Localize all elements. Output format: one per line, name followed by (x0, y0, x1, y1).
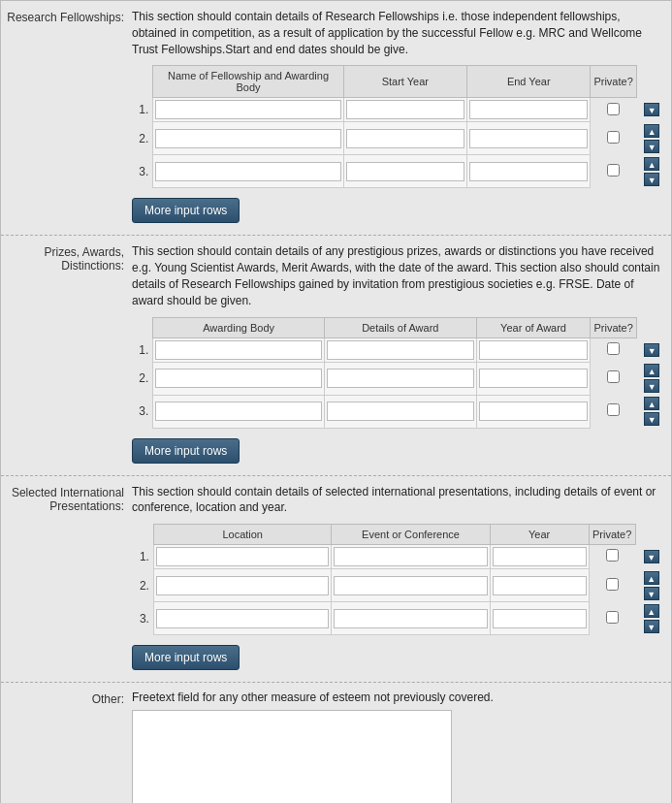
ip-down-btn-1[interactable]: ▼ (644, 550, 659, 563)
rf-ctrl-group-2: ▲ ▼ (638, 123, 665, 154)
ip-col-location: Location (153, 525, 332, 545)
rf-name-input-3[interactable] (155, 162, 340, 181)
rf-col-name: Name of Fellowship and Awarding Body (153, 66, 343, 98)
research-fellowships-table: Name of Fellowship and Awarding Body Sta… (132, 65, 667, 188)
rf-start-input-2[interactable] (346, 129, 464, 148)
rf-down-btn-3[interactable]: ▼ (644, 173, 659, 186)
pa-private-checkbox-1[interactable] (607, 342, 620, 355)
other-textarea[interactable] (132, 710, 452, 803)
rf-end-input-3[interactable] (469, 162, 588, 181)
ip-event-1 (332, 545, 490, 569)
pa-body-2 (153, 362, 325, 395)
ip-col-year: Year (490, 525, 589, 545)
table-row: 3. ▲ ▼ (132, 602, 667, 635)
presentations-section: Selected International Presentations: Th… (1, 476, 671, 684)
ip-year-3 (490, 602, 589, 635)
research-fellowships-content: This section should contain details of R… (132, 9, 671, 227)
other-section: Other: Freetext field for any other meas… (1, 683, 671, 803)
rf-up-btn-2[interactable]: ▲ (644, 124, 659, 138)
pa-details-input-2[interactable] (327, 369, 474, 388)
pa-up-btn-2[interactable]: ▲ (644, 364, 659, 377)
ip-year-input-1[interactable] (493, 547, 587, 566)
pa-year-3 (476, 395, 591, 428)
other-desc: Freetext field for any other measure of … (132, 691, 667, 704)
ip-location-2 (153, 569, 332, 602)
rf-name-input-1[interactable] (155, 100, 340, 119)
ip-private-1 (589, 545, 635, 569)
pa-year-input-1[interactable] (479, 340, 589, 360)
prizes-awards-table: Awarding Body Details of Award Year of A… (132, 317, 667, 429)
pa-down-btn-3[interactable]: ▼ (644, 412, 659, 426)
pa-year-input-3[interactable] (479, 402, 589, 421)
ip-up-btn-3[interactable]: ▲ (644, 604, 659, 618)
research-fellowships-desc: This section should contain details of R… (132, 9, 667, 57)
pa-body-1 (153, 337, 325, 362)
pa-more-rows-button[interactable]: More input rows (132, 438, 240, 464)
prizes-awards-label: Prizes, Awards, Distinctions: (1, 243, 132, 273)
table-row: 2. ▲ ▼ (132, 122, 667, 155)
row-num: 2. (132, 122, 153, 155)
pa-year-input-2[interactable] (479, 369, 589, 388)
rf-controls-1: ▼ (636, 98, 667, 122)
ip-private-3 (589, 602, 635, 635)
pa-down-btn-1[interactable]: ▼ (644, 343, 659, 357)
rf-private-checkbox-3[interactable] (607, 164, 620, 177)
pa-body-input-1[interactable] (155, 340, 322, 360)
ip-location-input-2[interactable] (156, 576, 330, 595)
rf-private-checkbox-2[interactable] (607, 131, 620, 144)
rf-end-input-1[interactable] (469, 100, 588, 119)
row-num: 1. (132, 337, 153, 362)
ip-year-1 (490, 545, 589, 569)
ip-down-btn-3[interactable]: ▼ (644, 620, 659, 633)
ip-private-checkbox-2[interactable] (606, 578, 619, 591)
pa-private-1 (591, 337, 636, 362)
rf-down-btn-2[interactable]: ▼ (644, 140, 659, 153)
rf-up-btn-3[interactable]: ▲ (644, 157, 659, 171)
rf-start-input-3[interactable] (346, 162, 464, 181)
pa-body-input-2[interactable] (155, 369, 322, 388)
rf-start-1 (343, 98, 466, 122)
rf-private-3 (591, 155, 636, 188)
ip-event-input-2[interactable] (334, 576, 487, 595)
rf-start-2 (343, 122, 466, 155)
pa-details-input-3[interactable] (327, 402, 474, 421)
pa-year-2 (476, 362, 591, 395)
ip-private-2 (589, 569, 635, 602)
ip-col-private: Private? (589, 525, 635, 545)
rf-more-rows-button[interactable]: More input rows (132, 198, 240, 223)
rf-private-2 (591, 122, 636, 155)
ip-ctrl-group-3: ▲ ▼ (637, 603, 665, 634)
ip-controls-3: ▲ ▼ (635, 602, 667, 635)
ip-up-btn-2[interactable]: ▲ (644, 571, 659, 585)
pa-down-btn-2[interactable]: ▼ (644, 379, 659, 393)
ip-private-checkbox-1[interactable] (606, 549, 619, 562)
pa-up-btn-3[interactable]: ▲ (644, 397, 659, 410)
rf-start-input-1[interactable] (346, 100, 464, 119)
ip-year-input-3[interactable] (493, 609, 587, 628)
ip-location-input-3[interactable] (156, 609, 330, 628)
research-fellowships-section: Research Fellowships: This section shoul… (1, 1, 671, 236)
ip-year-input-2[interactable] (493, 576, 587, 595)
rf-private-1 (591, 98, 636, 122)
table-row: 2. ▲ ▼ (132, 569, 667, 602)
pa-private-checkbox-3[interactable] (607, 403, 620, 416)
rf-col-private: Private? (591, 66, 636, 98)
pa-details-1 (324, 337, 476, 362)
rf-private-checkbox-1[interactable] (607, 103, 620, 115)
rf-name-input-2[interactable] (155, 129, 340, 148)
ip-event-input-1[interactable] (334, 547, 487, 566)
ip-event-input-3[interactable] (334, 609, 487, 628)
ip-more-rows-button[interactable]: More input rows (132, 645, 240, 670)
rf-down-btn-1[interactable]: ▼ (644, 103, 659, 116)
ip-location-input-1[interactable] (156, 547, 330, 566)
pa-private-checkbox-2[interactable] (607, 370, 620, 383)
table-row: 1. ▼ (132, 337, 667, 362)
rf-end-input-2[interactable] (469, 129, 588, 148)
ip-down-btn-2[interactable]: ▼ (644, 587, 659, 600)
rf-ctrl-group-1: ▼ (638, 102, 665, 117)
rf-name-3 (153, 155, 343, 188)
ip-ctrl-group-2: ▲ ▼ (637, 570, 665, 601)
pa-details-input-1[interactable] (327, 340, 474, 360)
ip-private-checkbox-3[interactable] (606, 611, 619, 624)
pa-body-input-3[interactable] (155, 402, 322, 421)
